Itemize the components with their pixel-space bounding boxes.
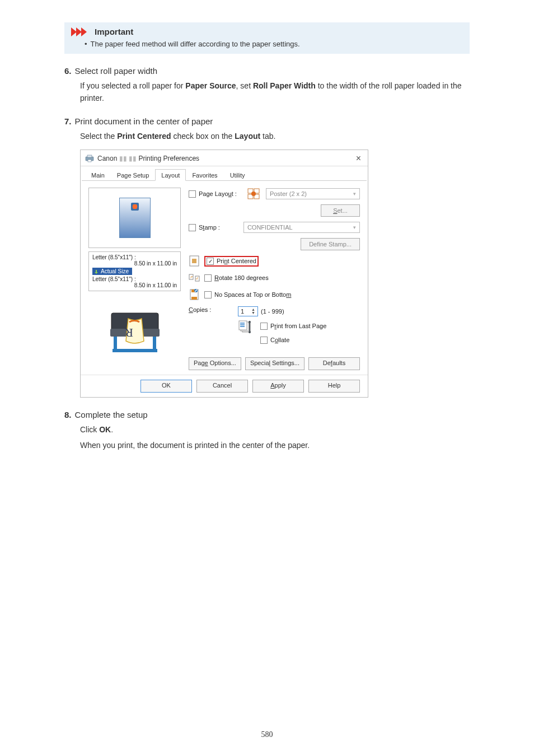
page-layout-checkbox[interactable] xyxy=(189,190,196,198)
ok-button[interactable]: OK xyxy=(140,380,192,393)
rotate-180-icon: ዖ ዖ xyxy=(189,272,200,283)
svg-marker-0 xyxy=(71,27,77,36)
app-icon xyxy=(85,155,94,162)
svg-rect-4 xyxy=(87,155,92,157)
svg-marker-2 xyxy=(81,27,87,36)
step-8-heading: 8. Complete the setup xyxy=(64,410,470,419)
svg-point-18 xyxy=(251,192,256,196)
step-6-body: If you selected a roll paper for Paper S… xyxy=(80,80,470,104)
svg-text:R: R xyxy=(125,326,133,340)
step-title: Print document in the center of paper xyxy=(75,116,213,126)
svg-rect-32 xyxy=(239,321,247,330)
rotate-180-checkbox[interactable] xyxy=(204,274,212,282)
collate-label: Collate xyxy=(270,337,289,343)
svg-rect-10 xyxy=(114,337,117,350)
page-preview xyxy=(88,188,181,248)
print-last-page-checkbox[interactable] xyxy=(260,323,268,330)
actual-size-badge: Actual Size xyxy=(92,268,132,275)
step-title: Complete the setup xyxy=(75,410,148,419)
step-6-heading: 6. Select roll paper width xyxy=(64,66,470,76)
size-info-1: Letter (8.5"x11") : 8.50 in x 11.00 in A… xyxy=(88,251,181,291)
copies-spinner[interactable]: 1 ▲▼ xyxy=(238,306,258,316)
print-last-page-label: Print from Last Page xyxy=(270,323,326,329)
special-settings-button[interactable]: Special Settings... xyxy=(245,357,305,370)
set-button[interactable]: Set... xyxy=(321,204,360,217)
tab-layout[interactable]: Layout xyxy=(155,169,186,181)
tab-favorites[interactable]: Favorites xyxy=(186,169,223,181)
print-centered-icon xyxy=(189,255,200,267)
step-title: Select roll paper width xyxy=(75,66,158,76)
collate-icon xyxy=(238,320,256,335)
step-7-heading: 7. Print document in the center of paper xyxy=(64,116,470,126)
printing-preferences-dialog: Canon ▮▮ ▮▮ Printing Preferences × Main … xyxy=(80,150,368,398)
titlebar: Canon ▮▮ ▮▮ Printing Preferences × xyxy=(81,150,368,166)
cancel-button[interactable]: Cancel xyxy=(196,380,248,393)
svg-marker-1 xyxy=(76,27,82,36)
dialog-title: Canon ▮▮ ▮▮ Printing Preferences xyxy=(97,155,354,162)
page-layout-select[interactable]: Poster (2 x 2) ▾ xyxy=(266,188,360,199)
spinner-arrows-icon: ▲▼ xyxy=(251,308,255,315)
no-spaces-label: No Spaces at Top or Bottom xyxy=(214,291,291,298)
svg-rect-5 xyxy=(88,160,91,162)
tab-utility[interactable]: Utility xyxy=(224,169,251,181)
poster-icon xyxy=(247,188,260,200)
copies-range: (1 - 999) xyxy=(261,308,284,315)
print-centered-highlight: Print Centered xyxy=(204,256,259,267)
step-8-body: Click OK. When you print, the document i… xyxy=(80,424,470,451)
important-icon xyxy=(71,27,91,36)
step-num: 7. xyxy=(64,116,72,126)
svg-rect-27 xyxy=(191,297,197,300)
apply-button[interactable]: Apply xyxy=(252,380,304,393)
defaults-button[interactable]: Defaults xyxy=(308,357,360,370)
chevron-down-icon: ▾ xyxy=(353,225,356,230)
important-callout: Important • The paper feed method will d… xyxy=(64,22,470,54)
stamp-select[interactable]: CONFIDENTIAL ▾ xyxy=(243,222,360,233)
rotate-180-label: Rotate 180 degrees xyxy=(214,274,269,281)
svg-rect-11 xyxy=(153,337,156,350)
page-number: 580 xyxy=(0,730,534,739)
help-button[interactable]: Help xyxy=(308,380,360,393)
svg-rect-12 xyxy=(113,349,157,352)
no-spaces-checkbox[interactable] xyxy=(204,291,212,298)
svg-point-35 xyxy=(249,331,251,333)
close-button[interactable]: × xyxy=(354,153,363,164)
page-options-button[interactable]: Page Options... xyxy=(189,357,241,370)
tab-main[interactable]: Main xyxy=(85,169,111,181)
svg-marker-7 xyxy=(95,272,98,274)
svg-rect-20 xyxy=(192,259,196,263)
printer-illustration: R xyxy=(88,295,181,367)
step-num: 8. xyxy=(64,410,72,419)
important-title: Important xyxy=(95,27,133,36)
print-centered-label: Print Centered xyxy=(217,258,256,264)
tab-page-setup[interactable]: Page Setup xyxy=(111,169,156,181)
print-centered-checkbox[interactable] xyxy=(207,258,214,265)
collate-checkbox[interactable] xyxy=(260,337,268,344)
stamp-checkbox[interactable] xyxy=(189,224,196,231)
tab-strip: Main Page Setup Layout Favorites Utility xyxy=(82,166,367,181)
important-text: The paper feed method will differ accord… xyxy=(91,40,300,48)
define-stamp-button[interactable]: Define Stamp... xyxy=(301,238,360,250)
svg-text:ዖ: ዖ xyxy=(190,275,193,279)
copies-label: Copies : xyxy=(189,306,238,313)
bullet-dot: • xyxy=(85,40,87,48)
svg-point-34 xyxy=(249,321,251,323)
step-7-body: Select the Print Centered check box on t… xyxy=(80,130,470,143)
svg-text:ዖ: ዖ xyxy=(196,277,198,281)
stamp-label: Stamp : xyxy=(199,224,220,231)
chevron-down-icon: ▾ xyxy=(353,191,356,197)
step-num: 6. xyxy=(64,66,72,76)
page-layout-label: Page Layout : xyxy=(199,190,237,197)
no-spaces-icon xyxy=(189,289,200,300)
